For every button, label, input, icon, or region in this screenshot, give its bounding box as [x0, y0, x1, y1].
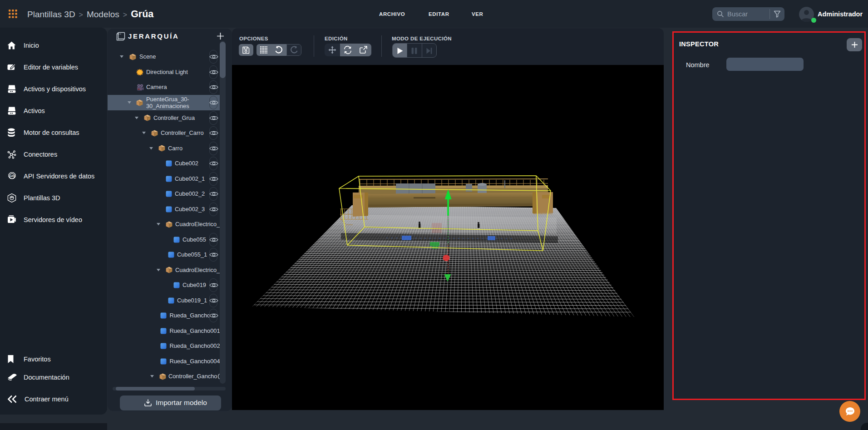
svg-text:API: API	[10, 175, 14, 178]
